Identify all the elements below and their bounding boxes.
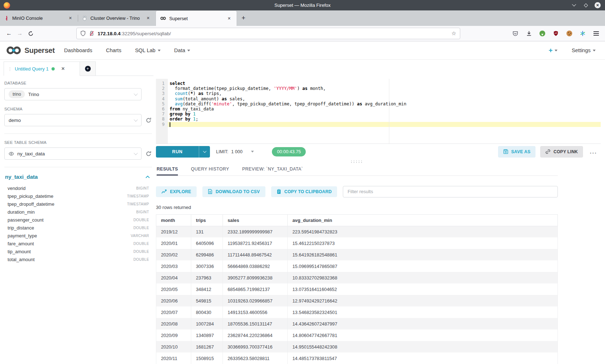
browser-navbar: ← → 172.18.0.4:32295/superset/sqllab/ ☆ … (0, 26, 605, 41)
pane-drag-handle[interactable] (351, 160, 363, 163)
run-button-label[interactable]: RUN (156, 146, 199, 158)
sql-editor[interactable]: 123456789 select format_datetime(tpep_pi… (156, 79, 601, 144)
query-tab-untitled-1[interactable]: ⋮ Untitled Query 1 ✕ (4, 62, 80, 76)
caret-down-icon (251, 151, 254, 153)
settings-menu[interactable]: Settings (572, 47, 596, 53)
url-path: :32295/superset/sqllab/ (121, 31, 171, 36)
ublock-origin-extension-icon[interactable]: uO (553, 31, 559, 37)
window-close-button[interactable]: ✕ (595, 2, 601, 8)
run-options-chevron[interactable] (199, 146, 210, 158)
browser-tab-minio[interactable]: MinIO Console ✕ (0, 10, 78, 26)
nav-item-dashboards[interactable]: Dashboards (64, 47, 92, 53)
query-tab-label: Untitled Query 1 (15, 66, 49, 72)
query-tabbar: ⋮ Untitled Query 1 ✕ + (4, 62, 153, 76)
text-cursor (170, 122, 170, 127)
filter-results-input[interactable] (343, 186, 558, 197)
more-options-button[interactable]: ... (588, 148, 599, 155)
insecure-lock-icon[interactable] (89, 31, 94, 36)
trino-bunny-icon (82, 16, 87, 21)
query-tab-close-icon[interactable]: ✕ (61, 66, 65, 71)
table-refresh-button[interactable] (145, 151, 152, 157)
tab-preview-table[interactable]: PREVIEW: `NY_TAXI_DATA` (242, 167, 303, 176)
database-select[interactable]: trino Trino (4, 88, 142, 100)
table-name-heading[interactable]: ny_taxi_data (5, 174, 38, 180)
editor-code[interactable]: select format_datetime(tpep_pickup_datet… (168, 79, 601, 144)
code-line: order by 1; (168, 117, 601, 122)
chevron-down-icon (555, 50, 557, 51)
privacy-badger-extension-icon[interactable] (539, 31, 545, 36)
results-row: 2020/0780043014913153.460055613.54682358… (156, 306, 558, 318)
sqllab-workspace: ⋮ Untitled Query 1 ✕ + DATABASE trino Tr… (0, 60, 605, 364)
schema-column-row: total_amountDOUBLE (4, 255, 152, 263)
results-column-header[interactable]: month (156, 214, 191, 226)
tab-results[interactable]: RESULTS (157, 167, 178, 176)
window-maximize-button[interactable] (583, 2, 589, 8)
code-line (168, 122, 601, 127)
superset-logo[interactable]: Superset (6, 45, 55, 55)
link-icon (545, 149, 551, 154)
editor-toolbar: RUN LIMIT: 1 000 00:00:43.75 SAVE AS COP… (156, 144, 601, 160)
browser-tab-label: MinIO Console (12, 15, 64, 21)
cookie-extension-icon[interactable] (566, 31, 572, 36)
results-row: 2020/10168126730366993.70037741614.95015… (156, 341, 558, 352)
menu-hamburger-icon[interactable] (593, 31, 599, 37)
sqllab-left-panel: ⋮ Untitled Query 1 ✕ + DATABASE trino Tr… (4, 62, 153, 364)
tab-close-icon[interactable]: ✕ (226, 15, 232, 22)
back-button[interactable]: ← (4, 28, 14, 39)
reload-button[interactable] (25, 28, 36, 39)
file-icon (208, 189, 212, 194)
save-as-button[interactable]: SAVE AS (498, 146, 535, 158)
rows-returned-text: 30 rows returned (156, 205, 558, 210)
tab-close-icon[interactable]: ✕ (67, 15, 73, 21)
schema-select[interactable]: demo (4, 114, 142, 126)
chevron-down-icon (593, 50, 596, 51)
browser-tabstrip: MinIO Console ✕ Cluster Overview - Trino… (0, 10, 605, 26)
forward-button[interactable]: → (14, 28, 25, 39)
code-line: from ny_taxi_data (168, 106, 601, 112)
nav-item-charts[interactable]: Charts (106, 47, 121, 53)
sqllab-right-panel: 123456789 select format_datetime(tpep_pi… (156, 62, 601, 364)
drag-grip-icon[interactable]: ⋮ (8, 66, 12, 72)
window-title: Superset — Mozilla Firefox (0, 3, 605, 8)
tab-close-icon[interactable]: ✕ (145, 15, 151, 21)
bookmark-star-icon[interactable]: ☆ (452, 30, 456, 37)
table-select[interactable]: ny_taxi_data (4, 147, 142, 160)
brand-name: Superset (24, 46, 55, 55)
database-label: DATABASE (4, 81, 152, 85)
limit-dropdown[interactable]: LIMIT: 1 000 (216, 149, 254, 154)
nav-item-data[interactable]: Data (174, 47, 191, 53)
results-row: 2020/0654981510319263.02996685712.974924… (156, 295, 558, 306)
clipboard-icon (277, 189, 281, 194)
download-csv-button[interactable]: DOWNLOAD TO CSV (202, 186, 265, 197)
plus-circle-icon: + (85, 66, 91, 72)
tab-query-history[interactable]: QUERY HISTORY (191, 167, 229, 176)
limit-label: LIMIT: (216, 149, 228, 154)
new-query-tab-button[interactable]: + (80, 62, 96, 76)
window-minimize-button[interactable] (571, 2, 577, 8)
collapse-table-chevron-up-icon[interactable] (145, 176, 150, 178)
svg-text:uO: uO (555, 32, 557, 34)
new-item-plus-button[interactable]: + (548, 46, 557, 54)
schema-refresh-button[interactable] (145, 117, 152, 123)
downloads-icon[interactable] (526, 31, 532, 37)
colorful-asterisk-extension-icon[interactable] (580, 31, 586, 36)
shield-icon[interactable] (80, 31, 86, 36)
results-column-header[interactable]: avg_duration_min (288, 214, 558, 226)
copy-to-clipboard-button[interactable]: COPY TO CLIPBOARD (271, 186, 337, 197)
print-margin-line (389, 79, 389, 144)
browser-tab-superset[interactable]: Superset ✕ (156, 10, 237, 26)
explore-button[interactable]: EXPLORE (156, 186, 197, 197)
copy-link-button[interactable]: COPY LINK (540, 146, 583, 158)
url-bar[interactable]: 172.18.0.4:32295/superset/sqllab/ ☆ (76, 28, 460, 39)
run-button[interactable]: RUN (156, 146, 210, 158)
nav-item-sql-lab[interactable]: SQL Lab (135, 47, 161, 53)
pocket-icon[interactable] (512, 31, 518, 37)
browser-tab-trino[interactable]: Cluster Overview - Trino ✕ (78, 10, 156, 26)
new-tab-button[interactable]: + (237, 10, 250, 26)
schema-column-row: tpep_pickup_datetimeTIMESTAMP (4, 192, 152, 200)
results-column-header[interactable]: sales (223, 214, 288, 226)
eye-icon (9, 152, 14, 156)
results-column-header[interactable]: trips (191, 214, 223, 226)
divider (4, 133, 152, 134)
chevron-down-icon (158, 50, 161, 51)
